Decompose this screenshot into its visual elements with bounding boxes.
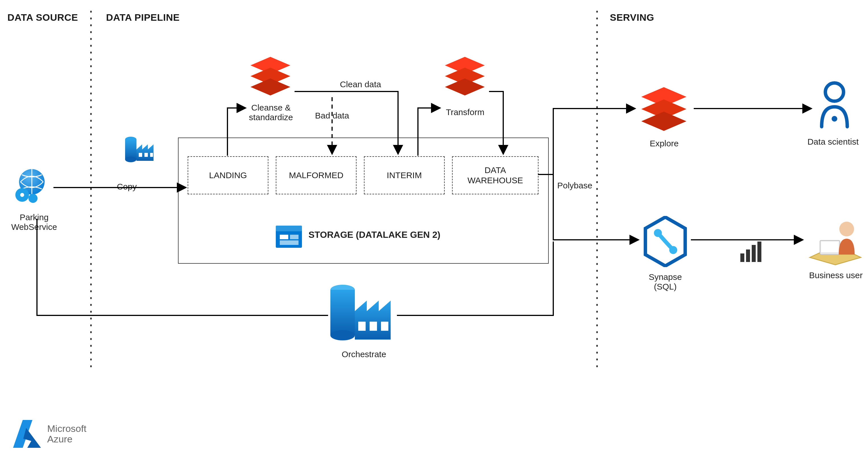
connectors-overlay: [0, 0, 868, 464]
diagram-canvas: DATA SOURCE DATA PIPELINE SERVING LANDIN…: [0, 0, 868, 464]
